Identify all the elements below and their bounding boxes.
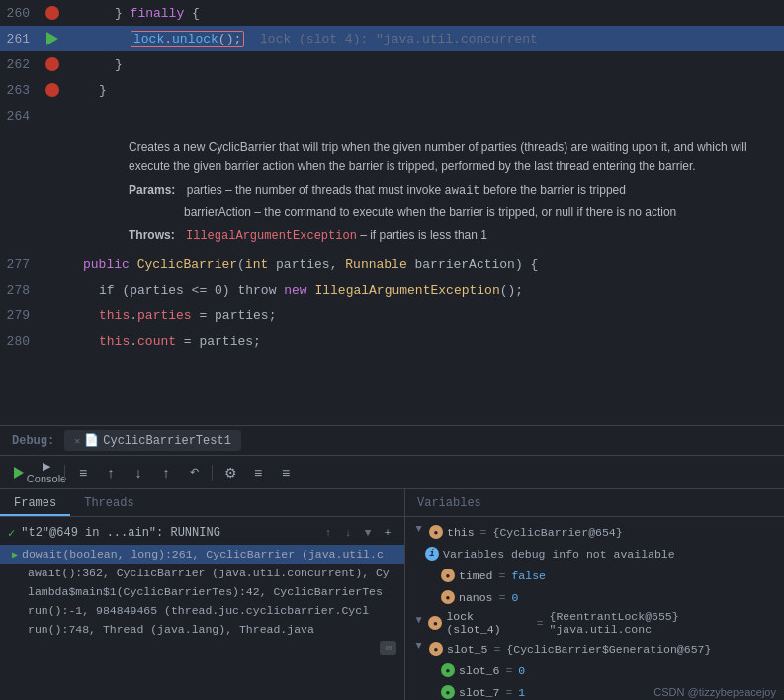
var-name-lock: lock (slot_4) <box>446 610 530 636</box>
tab-name: CyclicBarrierTest1 <box>103 434 231 448</box>
var-lock[interactable]: ▶ ● lock (slot_4) = {ReentrantLock@655} … <box>405 608 784 638</box>
line-number-279: 279 <box>0 308 42 323</box>
watermark: CSDN @tizzybepeacejoy <box>653 686 776 698</box>
debug-content: Frames Threads ✓ "t2"@649 in ...ain": RU… <box>0 489 784 700</box>
var-nanos[interactable]: ▶ ● nanos = 0 <box>405 586 784 608</box>
frame-3-text: lambda$main$1(CyclicBarrierTes):42, Cycl… <box>28 585 383 598</box>
stack-frame-5[interactable]: run():748, Thread (java.lang), Thread.ja… <box>0 620 404 639</box>
var-val-slot5: {CyclicBarrier$Generation@657} <box>506 643 711 656</box>
frame-play-icon: ▶ <box>12 549 18 561</box>
var-val-slot6: 0 <box>518 664 525 677</box>
line-content-262: } <box>63 57 784 72</box>
run-to-cursor-button[interactable]: ↶ <box>181 460 207 485</box>
expand-lock[interactable]: ▶ <box>413 617 425 628</box>
file-icon: 📄 <box>84 433 99 448</box>
line-gutter-261 <box>42 32 63 45</box>
expand-slot5[interactable]: ▶ <box>413 643 425 655</box>
evaluate-button[interactable]: ⚙ <box>218 460 243 485</box>
debug-panel: Debug: ✕ 📄 CyclicBarrierTest1 ▶ Console … <box>0 425 784 700</box>
editor-area: 260 } finally { 261 lock.unlock(); lock … <box>0 0 784 425</box>
code-line-277: 277 public CyclicBarrier(int parties, Ru… <box>0 252 784 278</box>
code-line-280: 280 this.count = parties; <box>0 329 784 355</box>
console-button[interactable]: ▶ Console <box>34 460 59 485</box>
breakpoint-icon-260[interactable] <box>45 6 59 20</box>
thread-label: "t2"@649 in ...ain": RUNNING <box>21 526 220 540</box>
line-content-278: if (parties <= 0) throw new IllegalArgum… <box>63 283 784 298</box>
toolbar-sep-2 <box>212 465 213 481</box>
var-eq-slot7: = <box>505 686 512 699</box>
stack-frame-1[interactable]: ▶ dowait(boolean, long):261, CyclicBarri… <box>0 545 404 564</box>
step-out-button[interactable]: ↑ <box>153 460 179 485</box>
frame-2-text: await():362, CyclicBarrier (java.util.co… <box>28 567 390 579</box>
line-number-262: 262 <box>0 57 42 72</box>
sub-tabs: Frames Threads <box>0 489 404 517</box>
var-eq-slot6: = <box>505 664 512 677</box>
line-gutter-262 <box>42 57 63 71</box>
line-gutter-263 <box>42 83 63 97</box>
thread-up-icon[interactable]: ↑ <box>319 524 337 542</box>
var-icon-slot5: ● <box>429 642 443 656</box>
debug-toolbar: ▶ Console ≡ ↑ ↓ ↑ ↶ ⚙ ≡ ≡ <box>0 456 784 489</box>
line-number-261: 261 <box>0 32 42 46</box>
var-eq-slot5: = <box>493 643 500 656</box>
var-slot5[interactable]: ▶ ● slot_5 = {CyclicBarrier$Generation@6… <box>405 638 784 659</box>
breakpoint-icon-262[interactable] <box>45 57 59 71</box>
var-name-timed: timed <box>459 569 493 582</box>
line-number-280: 280 <box>0 334 42 349</box>
breakpoint-icon-263[interactable] <box>45 83 59 97</box>
var-icon-slot7: ● <box>441 685 455 699</box>
layout-button[interactable]: ≡ <box>273 460 299 485</box>
javadoc-params: Params: parties – the number of threads … <box>129 181 768 201</box>
tab-threads[interactable]: Threads <box>70 492 147 516</box>
var-name-slot7: slot_7 <box>459 686 499 699</box>
javadoc-main-text: Creates a new CyclicBarrier that will tr… <box>129 138 768 175</box>
tab-frames[interactable]: Frames <box>0 492 70 516</box>
thread-check-icon: ✓ <box>8 526 15 541</box>
thread-down-icon[interactable]: ↓ <box>339 524 357 542</box>
frame-5-text: run():748, Thread (java.lang), Thread.ja… <box>28 623 314 636</box>
var-this[interactable]: ▶ ● this = {CyclicBarrier@654} <box>405 521 784 543</box>
var-val-timed: false <box>511 569 546 582</box>
line-number-264: 264 <box>0 109 42 124</box>
frame-4-text: run():-1, 984849465 (thread.juc.cyclicba… <box>28 604 369 617</box>
debug-tabs-bar: Debug: ✕ 📄 CyclicBarrierTest1 <box>0 426 784 456</box>
expand-this[interactable]: ▶ <box>413 526 425 538</box>
var-slot6[interactable]: ▶ ● slot_6 = 0 <box>405 659 784 681</box>
app-container: 260 } finally { 261 lock.unlock(); lock … <box>0 0 784 700</box>
variables-header: Variables <box>405 489 784 517</box>
var-icon-this: ● <box>429 525 443 539</box>
stack-frame-3[interactable]: lambda$main$1(CyclicBarrierTes):42, Cycl… <box>0 582 404 601</box>
thread-item-t2[interactable]: ✓ "t2"@649 in ...ain": RUNNING ↑ ↓ ▼ + <box>0 521 404 545</box>
line-gutter-260 <box>42 6 63 20</box>
var-name-slot5: slot_5 <box>447 643 487 656</box>
debug-tab-cyclic[interactable]: ✕ 📄 CyclicBarrierTest1 <box>64 430 241 451</box>
code-line-260: 260 } finally { <box>0 0 784 26</box>
step-into-up-button[interactable]: ↑ <box>98 460 124 485</box>
toolbar-sep-1 <box>64 465 65 481</box>
var-eq-timed: = <box>499 569 506 582</box>
thread-controls: ↑ ↓ ▼ + <box>319 524 396 542</box>
line-number-277: 277 <box>0 257 42 272</box>
line-content-261: lock.unlock(); lock (slot_4): "java.util… <box>63 31 784 47</box>
thread-filter-icon[interactable]: ▼ <box>359 524 377 542</box>
javadoc-throws: Throws: IllegalArgumentException – if pa… <box>129 226 768 246</box>
var-icon-slot6: ● <box>441 663 455 677</box>
var-icon-timed: ● <box>441 569 455 582</box>
javadoc-param2: barrierAction – the command to execute w… <box>129 203 768 221</box>
var-name-slot6: slot_6 <box>459 664 499 677</box>
line-number-263: 263 <box>0 83 42 98</box>
line-content-277: public CyclicBarrier(int parties, Runnab… <box>63 257 784 272</box>
settings-button[interactable]: ≡ <box>245 460 271 485</box>
code-line-278: 278 if (parties <= 0) throw new IllegalA… <box>0 278 784 304</box>
stack-frame-2[interactable]: await():362, CyclicBarrier (java.util.co… <box>0 564 404 582</box>
step-over-button[interactable]: ≡ <box>70 460 96 485</box>
step-into-down-button[interactable]: ↓ <box>126 460 151 485</box>
line-content-280: this.count = parties; <box>63 334 784 349</box>
var-timed[interactable]: ▶ ● timed = false <box>405 565 784 586</box>
close-tab-icon[interactable]: ✕ <box>74 435 80 447</box>
stack-frame-4[interactable]: run():-1, 984849465 (thread.juc.cyclicba… <box>0 601 404 620</box>
var-info-text: Variables debug info not available <box>443 548 675 561</box>
thread-add-icon[interactable]: + <box>379 524 396 542</box>
debug-label: Debug: <box>6 434 60 448</box>
code-line-262: 262 } <box>0 51 784 77</box>
